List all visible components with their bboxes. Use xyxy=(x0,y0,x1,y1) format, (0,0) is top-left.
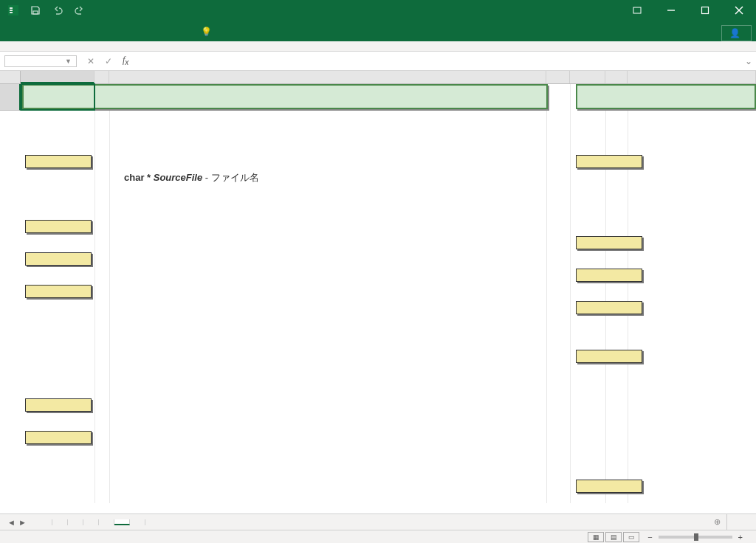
section-kinou-2 xyxy=(576,236,642,249)
section-bikou xyxy=(25,398,92,412)
section-kobun-2 xyxy=(576,155,642,168)
save-icon[interactable] xyxy=(25,1,46,19)
excel-app-icon xyxy=(3,1,24,19)
function-title-cell[interactable] xyxy=(22,84,548,109)
tab-home[interactable] xyxy=(27,32,47,41)
add-sheet-icon[interactable]: ⊕ xyxy=(708,515,726,529)
tab-view[interactable] xyxy=(151,32,171,41)
tab-pagelayout[interactable] xyxy=(68,32,89,41)
section-kaerichi-2 xyxy=(576,269,642,282)
close-icon[interactable] xyxy=(722,0,756,21)
col-header[interactable] xyxy=(21,71,94,83)
undo-icon[interactable] xyxy=(47,1,68,19)
section-kinousetumei-2 xyxy=(576,301,642,314)
enter-formula-icon[interactable]: ✓ xyxy=(102,56,115,66)
sheet-tab[interactable] xyxy=(68,519,83,525)
formula-expand-icon[interactable]: ⌄ xyxy=(741,56,756,66)
section-kaerichi xyxy=(25,252,92,266)
col-header[interactable] xyxy=(570,71,605,83)
redo-icon[interactable] xyxy=(69,1,90,19)
tab-file[interactable] xyxy=(6,32,27,41)
col-header[interactable] xyxy=(546,71,570,83)
ribbon-tabs: 💡 👤 xyxy=(0,21,756,41)
minimize-icon[interactable] xyxy=(654,0,688,21)
section-kobun xyxy=(25,155,92,168)
sheet-tab[interactable] xyxy=(52,519,68,525)
spreadsheet-grid[interactable]: char * SourceFile - ファイル名 xyxy=(21,84,756,503)
ribbon-display-icon[interactable] xyxy=(620,0,654,21)
sheet-tab[interactable] xyxy=(114,519,130,525)
section-shorisetumei-2 xyxy=(576,350,642,363)
col-header[interactable] xyxy=(605,71,628,83)
svg-rect-7 xyxy=(702,7,709,14)
sheet-tab[interactable] xyxy=(37,519,52,525)
view-normal-icon[interactable]: ▦ xyxy=(588,532,604,542)
section-filename-2 xyxy=(576,480,642,493)
sheet-tab[interactable] xyxy=(130,519,145,525)
sheet-tab-list xyxy=(37,519,708,525)
tell-me[interactable]: 💡 xyxy=(192,22,224,41)
name-box[interactable]: ▼ xyxy=(4,55,77,67)
sheet-tab[interactable] xyxy=(99,519,114,525)
svg-rect-2 xyxy=(10,10,13,11)
tab-nav-prev-icon[interactable]: ► xyxy=(18,518,27,527)
function-title-cell-2[interactable] xyxy=(576,84,756,109)
svg-rect-3 xyxy=(10,12,13,13)
cancel-formula-icon[interactable]: ✕ xyxy=(84,56,97,66)
signin-link[interactable] xyxy=(701,32,721,41)
section-kinou xyxy=(25,220,92,233)
tab-nav-first-icon[interactable]: ◄ xyxy=(7,518,16,527)
select-all-corner[interactable] xyxy=(0,71,21,83)
chevron-down-icon[interactable]: ▼ xyxy=(65,58,72,65)
col-header[interactable] xyxy=(109,71,546,83)
tab-formulas[interactable] xyxy=(89,32,109,41)
view-pagelayout-icon[interactable]: ▤ xyxy=(605,532,622,542)
section-shorisetumei xyxy=(25,431,92,444)
svg-rect-1 xyxy=(10,7,13,9)
share-button[interactable]: 👤 xyxy=(721,25,752,41)
zoom-in-icon[interactable]: + xyxy=(738,533,743,542)
tab-insert[interactable] xyxy=(47,32,68,41)
share-icon: 👤 xyxy=(729,28,740,38)
zoom-slider[interactable] xyxy=(659,536,732,539)
row-header[interactable] xyxy=(0,84,21,111)
col-header[interactable] xyxy=(94,71,109,83)
tab-review[interactable] xyxy=(130,32,151,41)
col-header[interactable] xyxy=(628,71,756,83)
maximize-icon[interactable] xyxy=(688,0,722,21)
sheet-tab[interactable] xyxy=(83,519,99,525)
section-kinousetumei xyxy=(25,285,92,298)
tab-data[interactable] xyxy=(109,32,130,41)
lightbulb-icon: 💡 xyxy=(201,27,212,37)
zoom-out-icon[interactable]: − xyxy=(647,533,652,542)
formula-bar[interactable] xyxy=(136,60,741,63)
view-pagebreak-icon[interactable]: ▭ xyxy=(623,532,639,542)
tab-team[interactable] xyxy=(171,32,192,41)
fx-icon[interactable]: fx xyxy=(123,55,136,66)
svg-rect-5 xyxy=(633,7,641,13)
